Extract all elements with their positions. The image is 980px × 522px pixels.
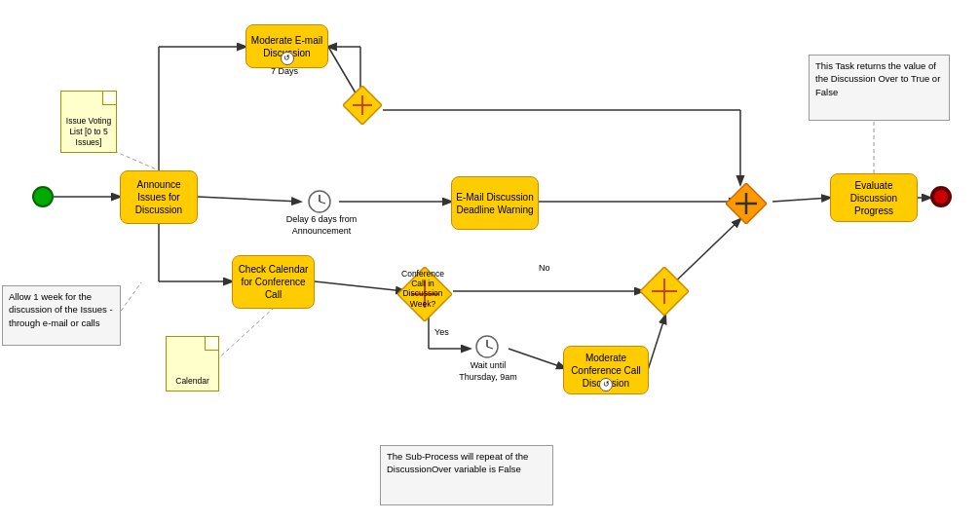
label-yes: Yes (434, 327, 449, 337)
task-evaluate[interactable]: Evaluate Discussion Progress (830, 173, 918, 222)
gateway-conference (397, 267, 452, 321)
annotation-returns-value: This Task returns the value of the Discu… (809, 55, 950, 121)
bpmn-diagram: Announce Issues for Discussion Moderate … (0, 0, 980, 522)
task-announce[interactable]: Announce Issues for Discussion (120, 170, 198, 224)
svg-line-24 (114, 151, 159, 170)
label-7days: 7 Days (271, 66, 298, 76)
svg-line-20 (773, 198, 830, 202)
timer-wait-label: Wait until Thursday, 9am (454, 360, 522, 383)
loop-marker2: ↺ (599, 378, 613, 392)
timer-delay (308, 190, 331, 213)
task-email-deadline[interactable]: E-Mail Discussion Deadline Warning (451, 176, 539, 230)
timer-delay-label: Delay 6 days from Announcement (283, 214, 360, 237)
task-moderate-call[interactable]: Moderate Conference Call Discussion ↺ (563, 346, 649, 394)
task-moderate-email[interactable]: Moderate E-mail Discussion ↺ (245, 24, 328, 68)
loop-marker: ↺ (281, 52, 294, 65)
label-no: No (539, 263, 550, 273)
annotation-subprocess: The Sub-Process will repeat of the Discu… (380, 445, 553, 505)
timer-wait (475, 335, 499, 358)
gateway-no (640, 267, 689, 316)
annotation-allow-week: Allow 1 week for the discussion of the I… (2, 285, 121, 346)
end-event (930, 186, 952, 207)
note-voting-list: Issue Voting List [0 to 5 Issues] (60, 91, 117, 153)
svg-line-25 (216, 309, 273, 360)
gateway-parallel (726, 183, 767, 224)
svg-line-8 (198, 197, 300, 202)
svg-line-13 (315, 281, 404, 291)
start-event (32, 186, 54, 207)
gateway-email (343, 86, 382, 125)
task-check-calendar[interactable]: Check Calendar for Conference Call (232, 255, 315, 309)
svg-line-18 (648, 316, 665, 370)
note-calendar: Calendar (166, 336, 219, 392)
